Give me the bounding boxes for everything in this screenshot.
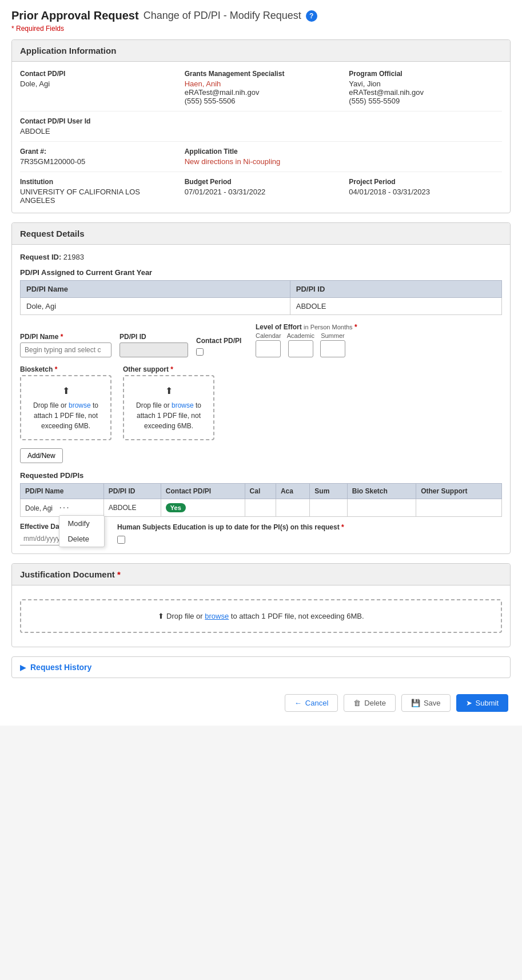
- human-subjects-checkbox-row: [117, 536, 344, 544]
- pd-assigned-label: PD/PI Assigned to Current Grant Year: [20, 268, 502, 277]
- contact-pdpi-value: Dole, Agi: [20, 79, 173, 88]
- budget-period-info: Budget Period 07/01/2021 - 03/31/2022: [185, 178, 338, 205]
- cancel-button[interactable]: ← Cancel: [285, 694, 338, 712]
- cancel-label: Cancel: [305, 699, 328, 707]
- requested-pi-table: PD/PI Name PD/PI ID Contact PD/PI Cal Ac…: [20, 483, 502, 517]
- gms-email: eRATest@mail.nih.gov: [185, 88, 338, 97]
- history-arrow-icon: ▶: [20, 663, 26, 672]
- program-official-name: Yavi, Jion: [349, 79, 502, 88]
- request-id-row: Request ID: 21983: [20, 253, 502, 261]
- app-title-label: Application Title: [185, 148, 502, 156]
- page-title-bar: Prior Approval Request Change of PD/PI -…: [11, 9, 511, 22]
- gms-phone: (555) 555-5506: [185, 97, 338, 105]
- justification-header: Justification Document *: [12, 564, 510, 585]
- program-official-phone: (555) 555-5509: [349, 97, 502, 105]
- justification-browse-link[interactable]: browse: [205, 612, 229, 620]
- calendar-input[interactable]: [256, 340, 281, 357]
- contact-pdpi-userid-value: ABDOLE: [20, 127, 173, 136]
- contact-pdpi-userid-label: Contact PD/PI User Id: [20, 117, 173, 125]
- other-support-browse-link[interactable]: browse: [172, 401, 194, 409]
- gms-info: Grants Management Specialist Haen, Anih …: [185, 70, 338, 105]
- contact-yes-badge: Yes: [166, 503, 186, 512]
- new-pdpi-name-col: PD/PI Name *: [20, 333, 111, 357]
- summer-input[interactable]: [320, 340, 345, 357]
- request-details-header: Request Details: [12, 223, 510, 245]
- pi-table-col-id: PD/PI ID: [290, 281, 501, 298]
- request-history-section: ▶ Request History: [11, 656, 511, 678]
- dots-menu-button[interactable]: ···: [59, 503, 70, 513]
- contact-pdpi-userid-info: Contact PD/PI User Id ABDOLE: [20, 117, 173, 136]
- contact-pdpi-info: Contact PD/PI Dole, Agi: [20, 70, 173, 105]
- institution-info: Institution UNIVERSITY OF CALIFORNIA LOS…: [20, 178, 173, 205]
- context-menu-modify[interactable]: Modify: [59, 516, 104, 531]
- req-col-sum: Sum: [310, 484, 348, 499]
- add-new-button[interactable]: Add/New: [20, 448, 63, 463]
- contact-pdpi-label: Contact PD/PI: [20, 70, 173, 78]
- delete-label: Delete: [364, 699, 386, 707]
- effort-sublabel: in Person Months: [304, 324, 353, 330]
- grant-num-label: Grant #:: [20, 148, 173, 156]
- table-row: Dole, Agi ··· Modify Delete ABDOLE: [21, 499, 502, 517]
- req-col-cal: Cal: [245, 484, 276, 499]
- pdpi-name-input[interactable]: [20, 342, 111, 357]
- delete-button[interactable]: 🗑 Delete: [344, 694, 396, 712]
- justification-section: Justification Document * ⬆ Drop file or …: [11, 563, 511, 647]
- contact-pdpi-checkbox[interactable]: [196, 348, 204, 356]
- calendar-col: Calendar: [256, 332, 281, 357]
- gms-name: Haen, Anih: [185, 79, 338, 88]
- biosketch-browse-link[interactable]: browse: [69, 401, 91, 409]
- program-official-info: Program Official Yavi, Jion eRATest@mail…: [349, 70, 502, 105]
- pdpi-id-input[interactable]: [119, 342, 188, 357]
- delete-icon: 🗑: [353, 699, 361, 707]
- dots-menu-container: ··· Modify Delete: [59, 503, 70, 513]
- app-title-value: New directions in Ni-coupling: [185, 157, 502, 166]
- request-history-header[interactable]: ▶ Request History: [12, 657, 510, 678]
- new-pdpi-name-label: PD/PI Name *: [20, 333, 111, 341]
- app-title-info: Application Title New directions in Ni-c…: [185, 148, 502, 166]
- request-id-value: 21983: [63, 253, 84, 261]
- table-row: Dole, Agi ABDOLE: [21, 298, 502, 315]
- context-menu-delete[interactable]: Delete: [59, 531, 104, 547]
- program-official-label: Program Official: [349, 70, 502, 78]
- new-pdpi-id-col: PD/PI ID: [119, 333, 188, 357]
- budget-period-value: 07/01/2021 - 03/31/2022: [185, 188, 338, 196]
- justification-upload-icon: ⬆: [158, 612, 166, 620]
- submit-label: Submit: [476, 699, 499, 707]
- footer-bar: ← Cancel 🗑 Delete 💾 Save ➤ Submit: [11, 687, 511, 714]
- save-label: Save: [424, 699, 441, 707]
- req-bio-cell: [347, 499, 416, 517]
- academic-input[interactable]: [288, 340, 313, 357]
- summer-label: Summer: [321, 332, 345, 339]
- human-subjects-text: Human Subjects Education is up to date f…: [117, 523, 344, 532]
- project-period-label: Project Period: [349, 178, 502, 186]
- help-icon[interactable]: ?: [306, 10, 317, 22]
- other-support-upload-box[interactable]: ⬆ Drop file or browse to attach 1 PDF fi…: [123, 375, 214, 440]
- biosketch-upload-box[interactable]: ⬆ Drop file or browse to attach 1 PDF fi…: [20, 375, 111, 440]
- academic-label: Academic: [287, 332, 314, 339]
- institution-label: Institution: [20, 178, 173, 186]
- req-col-name: PD/PI Name: [21, 484, 104, 499]
- save-icon: 💾: [411, 699, 420, 707]
- grant-num-value: 7R35GM120000-05: [20, 157, 173, 166]
- human-subjects-col: Human Subjects Education is up to date f…: [117, 523, 344, 544]
- summer-col: Summer: [320, 332, 345, 357]
- page-subtitle: Change of PD/PI - Modify Request: [144, 10, 301, 22]
- effort-label: Level of Effort in Person Months *: [256, 323, 502, 331]
- academic-col: Academic: [287, 332, 314, 357]
- required-note: * Required Fields: [11, 25, 511, 33]
- justification-upload-text: Drop file or: [166, 612, 205, 620]
- project-period-value: 04/01/2018 - 03/31/2023: [349, 188, 502, 196]
- req-aca-cell: [276, 499, 309, 517]
- save-button[interactable]: 💾 Save: [401, 694, 451, 712]
- new-pdpi-id-label: PD/PI ID: [119, 333, 188, 341]
- human-subjects-checkbox[interactable]: [117, 536, 125, 544]
- request-id-label: Request ID:: [20, 253, 61, 261]
- grant-num-info: Grant #: 7R35GM120000-05: [20, 148, 173, 166]
- submit-button[interactable]: ➤ Submit: [456, 694, 508, 712]
- justification-upload-box[interactable]: ⬆ Drop file or browse to attach 1 PDF fi…: [20, 599, 502, 633]
- req-col-aca: Aca: [276, 484, 309, 499]
- cancel-arrow-icon: ←: [294, 699, 302, 707]
- biosketch-area: Biosketch * ⬆ Drop file or browse to att…: [20, 365, 111, 440]
- application-info-section: Application Information Contact PD/PI Do…: [11, 39, 511, 213]
- calendar-label: Calendar: [256, 332, 281, 339]
